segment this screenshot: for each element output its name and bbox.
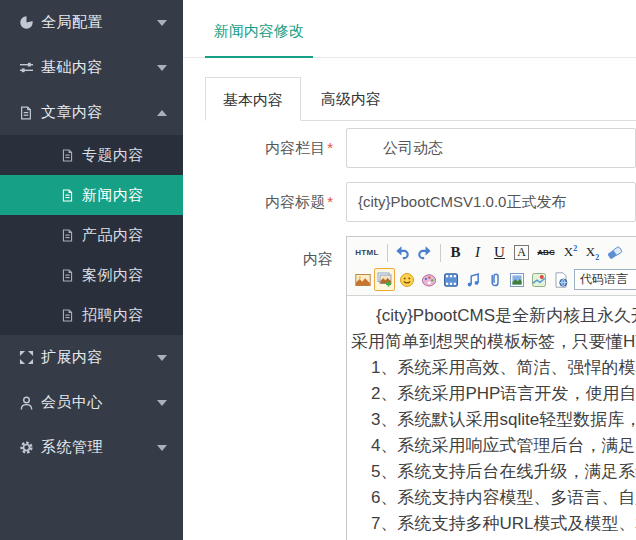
underline-button[interactable]: U (489, 241, 510, 264)
sidebar-item-extend-content[interactable]: 扩展内容 (0, 335, 183, 380)
toolbar-row-2: 代码语言 (352, 266, 636, 293)
app: 全局配置 基础内容 文章内容 专题内容 (0, 0, 636, 540)
content-label-text: 内容 (303, 250, 333, 267)
superscript-button[interactable]: X2 (560, 241, 581, 264)
palette-button[interactable] (418, 268, 439, 291)
file-icon (61, 308, 75, 323)
title-label: 内容标题* (183, 182, 346, 222)
editor-toolbar: HTML B I U A (347, 237, 636, 296)
file-icon (19, 105, 34, 121)
sidebar-subitem-label: 招聘内容 (82, 306, 144, 325)
toolbar-separator (440, 244, 441, 262)
chevron-down-icon (157, 400, 167, 406)
chevron-down-icon (157, 65, 167, 71)
editor-content-area[interactable]: {city}PbootCMS是全新内核且永久开源免费的PHP企业网站开发建设管理… (347, 296, 636, 540)
editor-line: 6、系统支持内容模型、多语言、自定义表单、筛选、多条件搜索等； (351, 485, 636, 511)
source-code-button[interactable]: HTML (352, 241, 382, 264)
insert-music-button[interactable] (462, 268, 483, 291)
form-row-content: 内容 HTML (183, 236, 636, 540)
file-icon (61, 148, 75, 163)
editor-line: 1、系统采用高效、简洁、强悍的模板标签，只要懂html就可快速开发企业网站； (351, 355, 636, 381)
editor-line: 4、系统采用响应式管理后台，满足各种终端设备管理需要； (351, 433, 636, 459)
user-icon (19, 395, 34, 411)
media-icon (443, 272, 459, 288)
italic-button[interactable]: I (467, 241, 488, 264)
insert-image-button[interactable] (352, 268, 373, 291)
attachment-button[interactable] (484, 268, 505, 291)
gear-icon (19, 440, 34, 456)
sidebar-item-system-manage[interactable]: 系统管理 (0, 425, 183, 470)
sidebar-subitem-label: 专题内容 (82, 146, 144, 165)
emoticon-icon (399, 272, 415, 288)
bold-button[interactable]: B (445, 241, 466, 264)
flash-button[interactable] (506, 268, 527, 291)
redo-button[interactable] (414, 241, 435, 264)
content-tab-strip: 基本内容 高级内容 (205, 77, 636, 121)
sidebar-item-basic-content[interactable]: 基础内容 (0, 45, 183, 90)
editor-line: 2、系统采用PHP语言开发，使用自主研发的高速多层开发框架及缓存技术； (351, 381, 636, 407)
sidebar-item-global-config[interactable]: 全局配置 (0, 0, 183, 45)
sidebar-item-label: 系统管理 (41, 438, 157, 457)
subscript-button[interactable]: X2 (582, 241, 603, 264)
redo-icon (416, 244, 433, 261)
editor-line: 采用简单到想哭的模板标签，只要懂HTML就可快速开发企业网站。 (351, 329, 636, 355)
file-icon (61, 188, 75, 203)
sidebar-item-label: 扩展内容 (41, 348, 157, 367)
editor-line: 7、系统支持多种URL模式及模型、栏目、内容多级自定义伪静态设置； (351, 511, 636, 537)
title-input[interactable] (346, 182, 636, 222)
page-tab-news-edit[interactable]: 新闻内容修改 (205, 22, 313, 58)
sidebar-item-label: 全局配置 (41, 13, 157, 32)
toolbar-row-1: HTML B I U A (352, 239, 636, 266)
eraser-icon (606, 244, 623, 261)
sidebar-subitem-topic-content[interactable]: 专题内容 (0, 135, 183, 175)
sidebar-subitem-case-content[interactable]: 案例内容 (0, 255, 183, 295)
sidebar-subitem-product-content[interactable]: 产品内容 (0, 215, 183, 255)
map-icon (531, 272, 547, 288)
category-label-text: 内容栏目 (265, 139, 325, 156)
sidebar-subitem-label: 产品内容 (82, 226, 144, 245)
sidebar-subitem-label: 案例内容 (82, 266, 144, 285)
sidebar-subitem-news-content[interactable]: 新闻内容 (0, 175, 183, 215)
category-select[interactable]: 公司动态 (346, 128, 636, 168)
chevron-down-icon (157, 20, 167, 26)
undo-icon (394, 244, 411, 261)
sliders-icon (19, 60, 34, 76)
sidebar-item-article-content[interactable]: 文章内容 (0, 90, 183, 135)
font-color-button[interactable]: A (511, 241, 532, 264)
insert-media-button[interactable] (440, 268, 461, 291)
flash-icon (509, 272, 525, 288)
file-icon (61, 268, 75, 283)
article-submenu: 专题内容 新闻内容 产品内容 案例内容 (0, 135, 183, 335)
multi-image-button[interactable] (374, 268, 395, 291)
tab-basic-content[interactable]: 基本内容 (205, 77, 301, 121)
required-mark: * (327, 139, 333, 156)
code-language-value: 代码语言 (580, 271, 628, 288)
code-language-select[interactable]: 代码语言 (574, 269, 636, 290)
multi-image-icon (377, 272, 393, 288)
toolbar-separator (387, 244, 388, 262)
editor-line: 5、系统支持后台在线升级，满足系统及时更新修复的需要； (351, 459, 636, 485)
page-tab-bar: 新闻内容修改 (183, 0, 636, 58)
content-form: 内容栏目* 公司动态 内容标题* 内容 (183, 128, 636, 540)
remove-format-button[interactable] (604, 241, 625, 264)
category-label: 内容栏目* (183, 128, 346, 168)
undo-button[interactable] (392, 241, 413, 264)
form-row-category: 内容栏目* 公司动态 (183, 128, 636, 168)
map-button[interactable] (528, 268, 549, 291)
globe-icon (19, 15, 34, 31)
rich-text-editor: HTML B I U A (346, 236, 636, 540)
tab-advanced-content[interactable]: 高级内容 (301, 77, 401, 120)
sidebar-subitem-recruit-content[interactable]: 招聘内容 (0, 295, 183, 335)
insert-file-button[interactable] (550, 268, 571, 291)
page-globe-icon (553, 272, 569, 288)
sidebar-item-label: 会员中心 (41, 393, 157, 412)
category-select-value: 公司动态 (347, 139, 443, 158)
title-label-text: 内容标题 (265, 193, 325, 210)
chevron-down-icon (157, 355, 167, 361)
form-row-title: 内容标题* (183, 182, 636, 222)
required-mark: * (327, 193, 333, 210)
emoticon-button[interactable] (396, 268, 417, 291)
image-icon (355, 272, 371, 288)
strikethrough-button[interactable]: ABC (533, 241, 559, 264)
sidebar-item-member-center[interactable]: 会员中心 (0, 380, 183, 425)
